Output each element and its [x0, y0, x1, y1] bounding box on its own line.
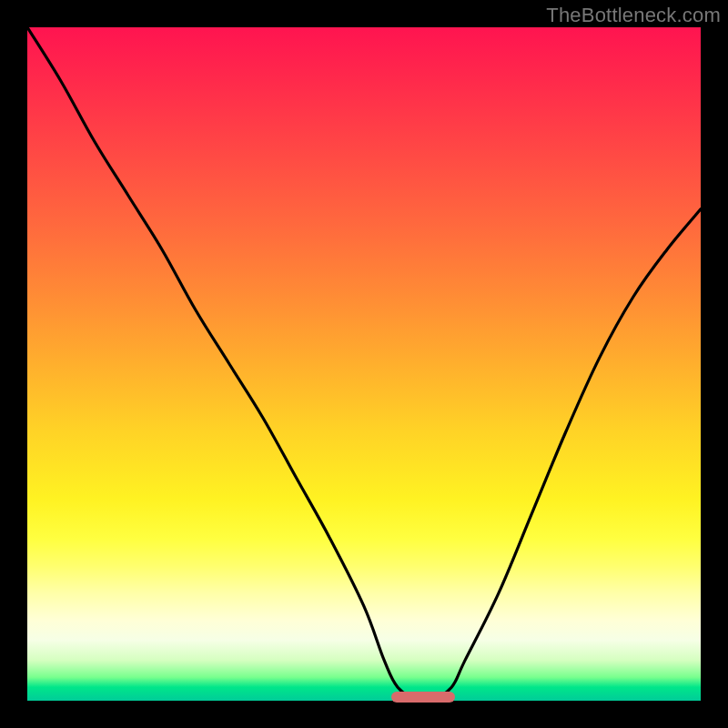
optimal-range-marker [391, 692, 455, 703]
watermark-label: TheBottleneck.com [546, 4, 721, 27]
chart-frame: TheBottleneck.com [0, 0, 728, 728]
bottleneck-curve [27, 27, 701, 701]
plot-area [27, 27, 701, 701]
